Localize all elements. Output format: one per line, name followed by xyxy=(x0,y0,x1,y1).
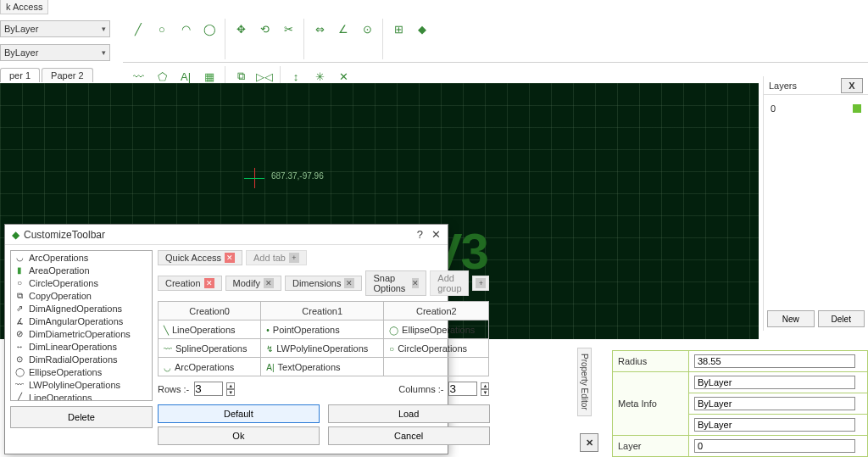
add-group-button[interactable]: Add group xyxy=(430,270,469,296)
prop-layer-input[interactable] xyxy=(694,439,855,453)
grid-cell[interactable]: ╲LineOperations xyxy=(159,320,261,339)
move-icon[interactable]: ✥ xyxy=(231,19,251,39)
circle-icon[interactable]: ○ xyxy=(152,19,172,39)
prop-radius-input[interactable] xyxy=(694,354,855,368)
ok-button[interactable]: Ok xyxy=(158,426,320,445)
close-icon[interactable]: ✕ xyxy=(225,253,235,263)
grid-cell[interactable]: ↯LWPolylineOperations xyxy=(261,339,384,358)
close-icon[interactable]: ✕ xyxy=(412,278,419,288)
spline-icon: 〰 xyxy=(164,344,172,354)
list-item: ⊘DimDiametricOperations xyxy=(11,327,152,340)
list-item: 〰LWPolylineOperations xyxy=(11,378,152,391)
ribbon-tab-quickaccess[interactable]: k Access xyxy=(0,0,48,14)
copy-icon: ⧉ xyxy=(14,291,25,301)
line-icon: ╱ xyxy=(14,393,25,401)
separator xyxy=(382,19,383,59)
text-icon: A| xyxy=(266,363,274,372)
prop-meta-input-1[interactable] xyxy=(694,376,855,389)
tab-creation[interactable]: Creation✕ xyxy=(158,276,222,291)
ellipse-icon[interactable]: ◯ xyxy=(199,19,220,39)
tab-quick-access[interactable]: Quick Access✕ xyxy=(158,250,242,265)
add-tab-button[interactable]: Add tab+ xyxy=(246,250,307,265)
operations-list[interactable]: ◡ArcOperations ▮AreaOperation ○CircleOpe… xyxy=(10,250,153,401)
grid-cell[interactable]: 〰SplineOperations xyxy=(159,339,261,358)
prop-meta-input-2[interactable] xyxy=(694,397,855,410)
arc-icon: ◡ xyxy=(164,363,171,372)
lwpoly-icon: ↯ xyxy=(266,344,273,354)
cancel-button[interactable]: Cancel xyxy=(328,426,490,445)
tab-modify[interactable]: Modify✕ xyxy=(225,276,281,291)
cols-input[interactable] xyxy=(448,382,477,396)
tab-paper-2[interactable]: Paper 2 xyxy=(42,68,93,82)
layer-row[interactable]: 0 xyxy=(769,100,863,117)
rows-label: Rows :- xyxy=(158,384,189,394)
snap-end-icon[interactable]: ◆ xyxy=(412,19,432,39)
help-button[interactable]: ? xyxy=(417,228,423,241)
radius-icon[interactable]: ⊙ xyxy=(357,19,377,39)
dim-radial-icon: ⊙ xyxy=(14,354,25,364)
prop-radius-label: Radius xyxy=(613,351,689,372)
creation-grid: Creation0 Creation1 Creation2 ╲LineOpera… xyxy=(158,301,489,376)
property-editor: Radius Meta Info Layer xyxy=(612,350,868,457)
close-icon[interactable]: ✕ xyxy=(264,278,274,288)
ellipse-icon: ◯ xyxy=(14,367,25,376)
rotate-icon[interactable]: ⟲ xyxy=(254,19,275,39)
line-icon[interactable]: ╱ xyxy=(128,19,148,39)
linetype-combo[interactable]: ByLayer ▾ xyxy=(0,20,110,37)
layer-new-button[interactable]: New xyxy=(767,310,815,327)
layer-delete-button[interactable]: Delet xyxy=(818,310,865,327)
arc-icon[interactable]: ◠ xyxy=(175,19,196,39)
angle-icon[interactable]: ∠ xyxy=(333,19,353,39)
add-group-plus[interactable]: + xyxy=(472,276,489,291)
snap-grid-icon[interactable]: ⊞ xyxy=(388,19,409,39)
cols-spinner[interactable]: ▲▼ xyxy=(481,382,489,396)
line-icon: ╲ xyxy=(164,326,169,335)
dim-diam-icon: ⊘ xyxy=(14,329,25,338)
tab-dimensions[interactable]: Dimensions✕ xyxy=(285,276,362,291)
dialog-titlebar[interactable]: ◆ CustomizeToolbar ? ✕ xyxy=(5,225,448,245)
plus-icon: + xyxy=(289,253,299,263)
dialog-title: CustomizeToolbar xyxy=(24,229,105,241)
list-item: ◡ArcOperations xyxy=(11,251,152,264)
list-item: ⊙DimRadialOperations xyxy=(11,353,152,365)
layers-panel: Layers X 0 New Delet xyxy=(763,76,868,331)
close-icon[interactable]: ✕ xyxy=(204,278,214,288)
property-editor-tab[interactable]: Property Editor xyxy=(577,348,592,416)
rows-spinner[interactable]: ▲▼ xyxy=(226,382,235,396)
delete-button[interactable]: Delete xyxy=(10,406,153,428)
col-head: Creation0 xyxy=(159,302,261,320)
prop-layer-label: Layer xyxy=(613,436,689,457)
list-item: ○CircleOperations xyxy=(11,276,152,289)
list-item: ∡DimAngularOperations xyxy=(11,315,152,327)
trim-icon[interactable]: ✂ xyxy=(278,19,298,39)
layers-close-button[interactable]: X xyxy=(841,78,863,93)
default-button[interactable]: Default xyxy=(158,404,320,423)
cols-label: Columns :- xyxy=(398,384,443,394)
area-icon: ▮ xyxy=(14,265,25,275)
linetype-value: ByLayer xyxy=(4,24,38,34)
dim-icon[interactable]: ⇔ xyxy=(309,19,330,39)
lineweight-value: ByLayer xyxy=(4,47,38,58)
circle-icon: ○ xyxy=(389,344,394,354)
tab-paper-1[interactable]: per 1 xyxy=(0,68,40,82)
list-item: ╱LineOperations xyxy=(11,391,152,401)
lwpoly-icon: 〰 xyxy=(14,380,25,389)
prop-meta-input-3[interactable] xyxy=(694,418,855,432)
grid-cell[interactable]: •PointOperations xyxy=(261,320,384,339)
grid-cell-empty[interactable] xyxy=(384,358,489,376)
grid-cell[interactable]: ◡ArcOperations xyxy=(159,358,261,376)
app-icon: ◆ xyxy=(12,229,19,241)
lineweight-combo[interactable]: ByLayer ▾ xyxy=(0,44,110,61)
grid-cell[interactable]: ◯EllipseOperations xyxy=(384,320,489,339)
grid-cell[interactable]: A|TextOperations xyxy=(261,358,384,376)
chevron-down-icon: ▾ xyxy=(102,25,106,33)
load-button[interactable]: Load xyxy=(328,404,490,423)
panel-close-button[interactable]: ✕ xyxy=(580,433,598,452)
close-icon[interactable]: ✕ xyxy=(344,278,354,288)
cursor-horizontal xyxy=(244,178,264,179)
grid-cell[interactable]: ○CircleOperations xyxy=(384,339,489,358)
layer-color-icon xyxy=(853,104,861,113)
close-button[interactable]: ✕ xyxy=(431,228,441,241)
tab-snap-options[interactable]: Snap Options✕ xyxy=(365,270,426,296)
rows-input[interactable] xyxy=(194,382,223,396)
